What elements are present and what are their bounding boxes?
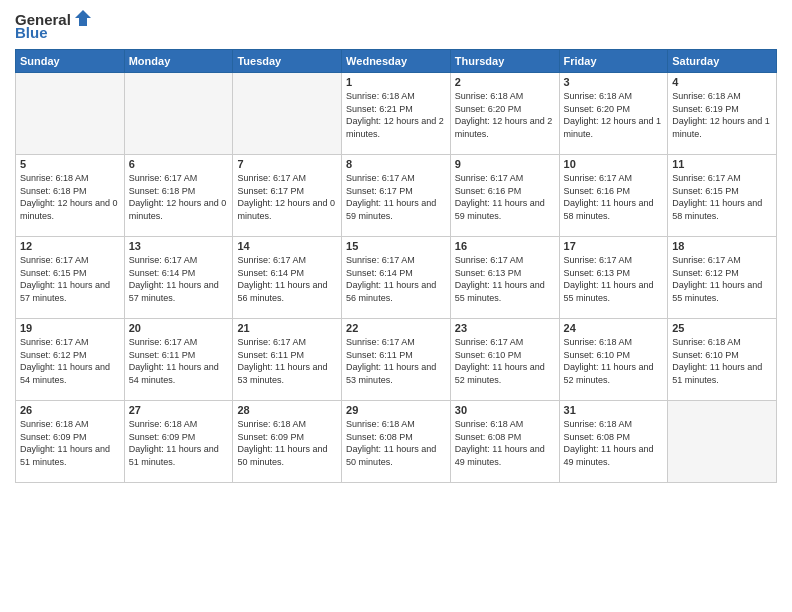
calendar-cell: 14Sunrise: 6:17 AMSunset: 6:14 PMDayligh… — [233, 237, 342, 319]
day-number: 15 — [346, 240, 446, 252]
calendar-cell — [668, 401, 777, 483]
day-number: 2 — [455, 76, 555, 88]
day-number: 11 — [672, 158, 772, 170]
day-info: Sunrise: 6:17 AMSunset: 6:16 PMDaylight:… — [564, 172, 664, 222]
weekday-header-thursday: Thursday — [450, 50, 559, 73]
day-number: 26 — [20, 404, 120, 416]
day-info: Sunrise: 6:17 AMSunset: 6:18 PMDaylight:… — [129, 172, 229, 222]
day-number: 19 — [20, 322, 120, 334]
day-number: 31 — [564, 404, 664, 416]
day-info: Sunrise: 6:17 AMSunset: 6:11 PMDaylight:… — [237, 336, 337, 386]
calendar-cell: 13Sunrise: 6:17 AMSunset: 6:14 PMDayligh… — [124, 237, 233, 319]
day-info: Sunrise: 6:17 AMSunset: 6:15 PMDaylight:… — [672, 172, 772, 222]
day-number: 21 — [237, 322, 337, 334]
calendar-week-row: 1Sunrise: 6:18 AMSunset: 6:21 PMDaylight… — [16, 73, 777, 155]
day-info: Sunrise: 6:17 AMSunset: 6:14 PMDaylight:… — [237, 254, 337, 304]
day-number: 12 — [20, 240, 120, 252]
day-info: Sunrise: 6:17 AMSunset: 6:16 PMDaylight:… — [455, 172, 555, 222]
day-number: 13 — [129, 240, 229, 252]
calendar-cell: 22Sunrise: 6:17 AMSunset: 6:11 PMDayligh… — [342, 319, 451, 401]
calendar-week-row: 5Sunrise: 6:18 AMSunset: 6:18 PMDaylight… — [16, 155, 777, 237]
calendar-week-row: 26Sunrise: 6:18 AMSunset: 6:09 PMDayligh… — [16, 401, 777, 483]
calendar-cell: 31Sunrise: 6:18 AMSunset: 6:08 PMDayligh… — [559, 401, 668, 483]
calendar-cell: 1Sunrise: 6:18 AMSunset: 6:21 PMDaylight… — [342, 73, 451, 155]
day-info: Sunrise: 6:17 AMSunset: 6:14 PMDaylight:… — [346, 254, 446, 304]
day-info: Sunrise: 6:17 AMSunset: 6:11 PMDaylight:… — [129, 336, 229, 386]
day-info: Sunrise: 6:18 AMSunset: 6:19 PMDaylight:… — [672, 90, 772, 140]
calendar-cell: 9Sunrise: 6:17 AMSunset: 6:16 PMDaylight… — [450, 155, 559, 237]
calendar-cell — [124, 73, 233, 155]
calendar-cell: 2Sunrise: 6:18 AMSunset: 6:20 PMDaylight… — [450, 73, 559, 155]
day-info: Sunrise: 6:18 AMSunset: 6:10 PMDaylight:… — [672, 336, 772, 386]
calendar-cell: 25Sunrise: 6:18 AMSunset: 6:10 PMDayligh… — [668, 319, 777, 401]
day-info: Sunrise: 6:18 AMSunset: 6:08 PMDaylight:… — [564, 418, 664, 468]
day-info: Sunrise: 6:18 AMSunset: 6:08 PMDaylight:… — [346, 418, 446, 468]
calendar-cell: 7Sunrise: 6:17 AMSunset: 6:17 PMDaylight… — [233, 155, 342, 237]
day-number: 7 — [237, 158, 337, 170]
calendar-cell: 19Sunrise: 6:17 AMSunset: 6:12 PMDayligh… — [16, 319, 125, 401]
day-info: Sunrise: 6:17 AMSunset: 6:11 PMDaylight:… — [346, 336, 446, 386]
day-number: 16 — [455, 240, 555, 252]
calendar-cell: 18Sunrise: 6:17 AMSunset: 6:12 PMDayligh… — [668, 237, 777, 319]
day-info: Sunrise: 6:18 AMSunset: 6:10 PMDaylight:… — [564, 336, 664, 386]
day-number: 23 — [455, 322, 555, 334]
weekday-header-row: SundayMondayTuesdayWednesdayThursdayFrid… — [16, 50, 777, 73]
day-info: Sunrise: 6:17 AMSunset: 6:12 PMDaylight:… — [20, 336, 120, 386]
logo-icon — [73, 8, 93, 28]
svg-marker-0 — [75, 10, 91, 26]
calendar-cell: 5Sunrise: 6:18 AMSunset: 6:18 PMDaylight… — [16, 155, 125, 237]
day-number: 22 — [346, 322, 446, 334]
calendar-cell: 26Sunrise: 6:18 AMSunset: 6:09 PMDayligh… — [16, 401, 125, 483]
calendar-cell: 24Sunrise: 6:18 AMSunset: 6:10 PMDayligh… — [559, 319, 668, 401]
day-number: 30 — [455, 404, 555, 416]
day-info: Sunrise: 6:18 AMSunset: 6:09 PMDaylight:… — [20, 418, 120, 468]
calendar-cell — [16, 73, 125, 155]
weekday-header-saturday: Saturday — [668, 50, 777, 73]
day-info: Sunrise: 6:18 AMSunset: 6:08 PMDaylight:… — [455, 418, 555, 468]
day-info: Sunrise: 6:17 AMSunset: 6:13 PMDaylight:… — [564, 254, 664, 304]
day-number: 14 — [237, 240, 337, 252]
day-number: 4 — [672, 76, 772, 88]
day-number: 6 — [129, 158, 229, 170]
calendar-cell: 23Sunrise: 6:17 AMSunset: 6:10 PMDayligh… — [450, 319, 559, 401]
day-number: 9 — [455, 158, 555, 170]
header: General Blue — [15, 10, 777, 41]
day-info: Sunrise: 6:18 AMSunset: 6:18 PMDaylight:… — [20, 172, 120, 222]
weekday-header-wednesday: Wednesday — [342, 50, 451, 73]
weekday-header-sunday: Sunday — [16, 50, 125, 73]
weekday-header-tuesday: Tuesday — [233, 50, 342, 73]
day-number: 18 — [672, 240, 772, 252]
page: General Blue SundayMondayTuesdayWednesda… — [0, 0, 792, 612]
calendar-cell: 3Sunrise: 6:18 AMSunset: 6:20 PMDaylight… — [559, 73, 668, 155]
day-number: 3 — [564, 76, 664, 88]
calendar-cell: 20Sunrise: 6:17 AMSunset: 6:11 PMDayligh… — [124, 319, 233, 401]
calendar-table: SundayMondayTuesdayWednesdayThursdayFrid… — [15, 49, 777, 483]
day-info: Sunrise: 6:18 AMSunset: 6:21 PMDaylight:… — [346, 90, 446, 140]
day-number: 5 — [20, 158, 120, 170]
calendar-cell: 12Sunrise: 6:17 AMSunset: 6:15 PMDayligh… — [16, 237, 125, 319]
calendar-cell: 17Sunrise: 6:17 AMSunset: 6:13 PMDayligh… — [559, 237, 668, 319]
day-number: 24 — [564, 322, 664, 334]
weekday-header-monday: Monday — [124, 50, 233, 73]
day-info: Sunrise: 6:18 AMSunset: 6:09 PMDaylight:… — [129, 418, 229, 468]
day-number: 29 — [346, 404, 446, 416]
day-number: 8 — [346, 158, 446, 170]
calendar-cell: 10Sunrise: 6:17 AMSunset: 6:16 PMDayligh… — [559, 155, 668, 237]
day-number: 20 — [129, 322, 229, 334]
calendar-cell: 8Sunrise: 6:17 AMSunset: 6:17 PMDaylight… — [342, 155, 451, 237]
weekday-header-friday: Friday — [559, 50, 668, 73]
day-number: 27 — [129, 404, 229, 416]
day-info: Sunrise: 6:17 AMSunset: 6:12 PMDaylight:… — [672, 254, 772, 304]
day-info: Sunrise: 6:17 AMSunset: 6:10 PMDaylight:… — [455, 336, 555, 386]
day-number: 17 — [564, 240, 664, 252]
calendar-cell: 6Sunrise: 6:17 AMSunset: 6:18 PMDaylight… — [124, 155, 233, 237]
day-info: Sunrise: 6:17 AMSunset: 6:15 PMDaylight:… — [20, 254, 120, 304]
day-info: Sunrise: 6:18 AMSunset: 6:20 PMDaylight:… — [455, 90, 555, 140]
day-number: 10 — [564, 158, 664, 170]
calendar-week-row: 12Sunrise: 6:17 AMSunset: 6:15 PMDayligh… — [16, 237, 777, 319]
day-number: 28 — [237, 404, 337, 416]
calendar-cell: 27Sunrise: 6:18 AMSunset: 6:09 PMDayligh… — [124, 401, 233, 483]
day-info: Sunrise: 6:18 AMSunset: 6:20 PMDaylight:… — [564, 90, 664, 140]
calendar-cell: 4Sunrise: 6:18 AMSunset: 6:19 PMDaylight… — [668, 73, 777, 155]
day-info: Sunrise: 6:17 AMSunset: 6:13 PMDaylight:… — [455, 254, 555, 304]
